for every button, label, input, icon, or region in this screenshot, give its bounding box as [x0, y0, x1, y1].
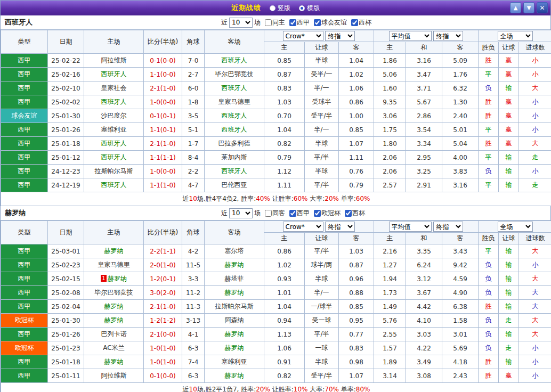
away-team-link[interactable]: 毕尔巴鄂竞技	[215, 70, 254, 78]
away-team-link[interactable]: 赫罗纳	[225, 330, 244, 338]
home-team-link[interactable]: 赫罗纳	[104, 358, 124, 365]
away-team-link[interactable]: 拉斯帕尔马斯	[215, 303, 254, 310]
home-team-link[interactable]: 西班牙人	[101, 140, 127, 147]
match-date: 25-02-10	[48, 81, 84, 95]
home-team-link[interactable]: 巴列卡诺	[101, 330, 127, 338]
away-team-link[interactable]: 西班牙人	[222, 112, 247, 119]
ah-handicap: 受半/一	[305, 68, 339, 81]
league-checkbox[interactable]	[351, 19, 358, 26]
away-team-link[interactable]: 赫罗纳	[225, 289, 244, 296]
away-team-link[interactable]: 莱加内斯	[222, 153, 247, 161]
euro-away-odds: 4.90	[442, 286, 479, 300]
home-team-link[interactable]: 赫罗纳	[104, 303, 124, 310]
home-team-link[interactable]: 西班牙人	[101, 70, 127, 78]
layout-horizontal-radio[interactable]: 横版	[299, 4, 320, 13]
away-team-link[interactable]: 赫罗纳	[225, 372, 244, 379]
scroll-down-button[interactable]: ▼	[523, 2, 534, 13]
league-filter-laliga[interactable]: 西甲	[289, 209, 310, 218]
away-team-link[interactable]: 西班牙人	[222, 126, 247, 133]
euro-away-odds: 4.00	[442, 151, 479, 165]
scope-select[interactable]: 全场	[498, 222, 533, 232]
home-team-link[interactable]: 皇家马德里	[98, 261, 130, 268]
ah-away-odds: 0.83	[339, 341, 374, 355]
ah-home-odds: 1.12	[264, 165, 305, 178]
ah-final-select[interactable]: 终指	[325, 31, 355, 41]
away-team-link[interactable]: 赫罗纳	[225, 344, 244, 352]
league-filter-cup[interactable]: 西杯	[351, 18, 371, 27]
away-team-link[interactable]: 塞维利亚	[222, 358, 247, 365]
away-team-link[interactable]: 巴拉多利德	[218, 140, 250, 147]
euro-draw-odds: 6.24	[406, 258, 442, 272]
match-date: 25-02-04	[48, 300, 84, 314]
close-button[interactable]: ✕	[537, 2, 548, 13]
league-checkbox[interactable]	[314, 210, 321, 217]
same-venue-filter[interactable]: 同主	[265, 18, 285, 27]
recent-count-select[interactable]: 10	[229, 208, 253, 218]
home-team-link[interactable]: 阿拉维斯	[101, 372, 127, 379]
league-checkbox[interactable]	[314, 19, 321, 26]
euro-final-select[interactable]: 终指	[433, 31, 463, 41]
euro-home-odds: 1.57	[374, 341, 406, 355]
ah-away-odds: 1.07	[339, 137, 374, 151]
away-team-cell: 莱加内斯	[205, 151, 264, 165]
ah-away-odds: 0.88	[339, 286, 374, 300]
away-team-link[interactable]: 塞尔塔	[225, 247, 244, 255]
league-filter-laliga[interactable]: 西甲	[289, 18, 310, 27]
home-team-cell: 西班牙人	[84, 151, 144, 165]
league-checkbox[interactable]	[289, 210, 296, 217]
away-team-link[interactable]: 赫罗纳	[225, 261, 244, 268]
league-checkbox[interactable]	[289, 19, 296, 26]
away-team-link[interactable]: 赫塔菲	[225, 275, 244, 282]
euro-away-odds: 4.18	[442, 355, 479, 369]
away-team-link[interactable]: 西班牙人	[222, 167, 247, 175]
ah-away-odds: 1.11	[339, 151, 374, 165]
euro-draw-odds: 4.22	[406, 341, 442, 355]
scope-select[interactable]: 全场	[498, 31, 533, 41]
ah-home-odds: 0.79	[264, 151, 305, 165]
away-team-link[interactable]: 西班牙人	[222, 84, 247, 92]
scroll-up-button[interactable]: ▲	[510, 2, 521, 13]
league-checkbox[interactable]	[345, 210, 352, 217]
home-team-link[interactable]: 西班牙人	[101, 181, 127, 189]
euro-average-select[interactable]: 平均值	[389, 222, 432, 232]
filter-bar: 近 10 场 同客 西甲 欧冠杯 西杯	[221, 208, 365, 218]
odds-company-select[interactable]: Crow*	[283, 31, 323, 41]
home-team-link[interactable]: 拉斯帕尔马斯	[95, 167, 133, 175]
home-team-link[interactable]: 塞维利亚	[101, 126, 127, 133]
odds-company-select[interactable]: Crow*	[283, 222, 323, 232]
layout-vertical-radio[interactable]: 竖版	[270, 4, 290, 13]
score-halftime: 1-1(0-1)	[144, 123, 182, 137]
away-team-cell: 塞维利亚	[205, 355, 264, 369]
home-team-link[interactable]: 赫罗纳	[108, 275, 127, 282]
home-team-link[interactable]: 西班牙人	[101, 153, 127, 161]
result-handicap: 赢	[499, 54, 519, 68]
home-team-link[interactable]: 阿拉维斯	[101, 56, 127, 64]
away-team-cell: 巴伦西亚	[205, 178, 264, 192]
home-team-link[interactable]: 西班牙人	[101, 98, 127, 105]
league-filter-cup[interactable]: 西杯	[345, 209, 365, 218]
away-team-link[interactable]: 西班牙人	[222, 56, 247, 64]
home-team-link[interactable]: 毕尔巴鄂竞技	[95, 289, 133, 296]
ah-final-select[interactable]: 终指	[325, 222, 355, 232]
league-filter-ucl[interactable]: 欧冠杯	[314, 209, 341, 218]
euro-final-select[interactable]: 终指	[433, 222, 463, 232]
home-team-link[interactable]: 赫罗纳	[104, 316, 124, 324]
col-result-ah: 让球	[499, 42, 519, 54]
away-team-link[interactable]: 巴伦西亚	[222, 181, 247, 189]
result-goals: 大	[519, 81, 551, 95]
euro-average-select[interactable]: 平均值	[389, 31, 432, 41]
home-team-link[interactable]: 赫罗纳	[104, 247, 124, 255]
same-venue-checkbox[interactable]	[265, 210, 272, 217]
home-team-link[interactable]: AC米兰	[103, 344, 124, 352]
recent-count-select[interactable]: 10	[229, 18, 253, 28]
home-team-link[interactable]: 皇家社会	[101, 84, 127, 92]
score-halftime: 1-2(1-2)	[144, 314, 182, 328]
away-team-link[interactable]: 皇家马德里	[218, 98, 250, 105]
ah-away-odds: 0.96	[339, 272, 374, 286]
league-filter-friendly[interactable]: 球会友谊	[314, 18, 347, 27]
away-team-link[interactable]: 阿森纳	[225, 316, 244, 324]
same-venue-filter[interactable]: 同客	[265, 209, 285, 218]
euro-away-odds: 1.30	[442, 95, 479, 109]
same-venue-checkbox[interactable]	[265, 19, 272, 26]
home-team-link[interactable]: 沙巴度尔	[101, 112, 127, 119]
